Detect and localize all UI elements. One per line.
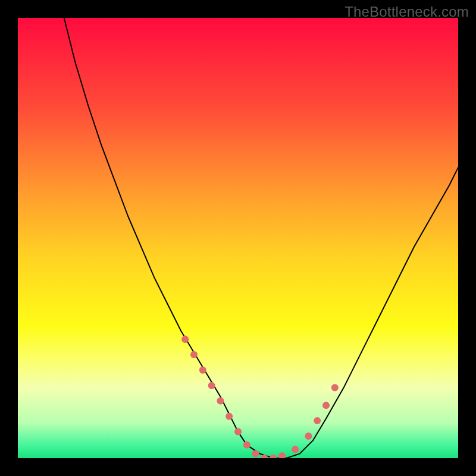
svg-point-4	[208, 382, 215, 389]
svg-point-11	[270, 455, 277, 458]
svg-point-15	[314, 417, 321, 424]
svg-point-17	[331, 384, 339, 392]
watermark-text: TheBottleneck.com	[345, 4, 469, 20]
svg-point-3	[199, 367, 206, 374]
svg-point-2	[190, 351, 198, 358]
chart-plot-area	[18, 18, 458, 458]
svg-point-10	[261, 455, 268, 458]
svg-point-7	[234, 428, 242, 436]
svg-point-8	[243, 441, 250, 449]
svg-point-5	[217, 397, 224, 405]
chart-overlay	[18, 18, 458, 458]
svg-point-9	[252, 450, 259, 458]
bottleneck-curve	[64, 18, 458, 458]
match-markers	[181, 336, 339, 458]
svg-point-1	[181, 336, 189, 343]
svg-point-16	[322, 402, 330, 409]
svg-point-13	[292, 446, 299, 453]
svg-point-12	[278, 452, 286, 458]
svg-point-6	[226, 413, 233, 420]
svg-point-14	[305, 433, 312, 440]
